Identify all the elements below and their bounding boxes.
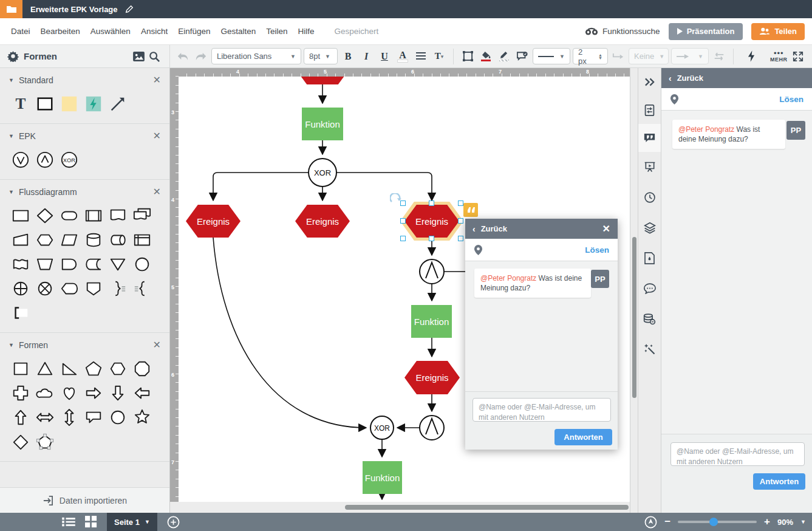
menu-item-einfügen[interactable]: Einfügen (178, 27, 210, 36)
zoom-in-button[interactable]: + (764, 516, 770, 528)
page-selector[interactable]: Seite 1 ▼ (107, 513, 157, 531)
shape-style-button[interactable] (460, 48, 476, 65)
font-size-select[interactable]: 8pt▼ (304, 48, 338, 64)
page-grid-view-icon[interactable] (85, 516, 97, 528)
resolve-link[interactable]: Lösen (779, 95, 803, 104)
shape-merge[interactable] (109, 255, 127, 273)
reset-view-icon[interactable] (644, 516, 657, 529)
shape-triangle[interactable] (36, 360, 54, 378)
rotate-handle-icon[interactable] (390, 193, 402, 204)
shape-lightning[interactable] (84, 95, 103, 113)
shape-pentagon[interactable] (84, 360, 103, 378)
shape-arrow-up-down[interactable] (60, 408, 78, 427)
shape-hexagon[interactable] (109, 360, 127, 378)
comment-approved-button[interactable] (514, 48, 530, 65)
quick-actions-button[interactable] (743, 48, 759, 65)
shape-octagon[interactable] (133, 360, 151, 378)
reply-button[interactable]: Antworten (554, 429, 612, 445)
menu-item-gestalten[interactable]: Gestalten (220, 27, 256, 36)
shape-note-bracket[interactable] (12, 304, 30, 322)
function-node[interactable]: Funktion (411, 305, 452, 338)
zoom-out-button[interactable]: − (664, 516, 670, 528)
menu-item-datei[interactable]: Datei (11, 27, 30, 36)
resolve-link[interactable]: Lösen (585, 245, 609, 255)
shape-or-connector[interactable] (12, 151, 30, 169)
shape-summing-junction[interactable] (36, 279, 54, 298)
reply-input[interactable] (670, 442, 805, 466)
undo-button[interactable] (175, 48, 191, 65)
horizontal-scrollbar[interactable] (179, 502, 630, 513)
import-data-button[interactable]: Daten importieren (0, 487, 169, 513)
xor-connector-node[interactable]: XOR (370, 416, 394, 439)
menu-item-bearbeiten[interactable]: Bearbeiten (41, 27, 80, 36)
collapse-panel-button[interactable] (638, 68, 661, 96)
shape-terminator[interactable] (60, 207, 78, 225)
shape-arrow-right[interactable] (84, 384, 103, 402)
shape-stored-data[interactable] (84, 255, 103, 273)
shape-brace-right[interactable] (109, 279, 127, 298)
shape-connector[interactable] (133, 255, 151, 273)
layers-tab[interactable] (638, 214, 661, 242)
shape-brace-left[interactable] (133, 279, 151, 298)
xor-connector-node[interactable]: XOR (309, 159, 336, 187)
linked-data-tab[interactable] (638, 305, 661, 333)
function-node[interactable]: Funktion (363, 461, 402, 494)
line-color-button[interactable] (496, 48, 512, 65)
line-style-select[interactable]: ▼ (533, 48, 570, 64)
shape-arrow-up[interactable] (12, 408, 30, 427)
zoom-slider-knob[interactable] (709, 518, 718, 526)
shape-database[interactable] (84, 231, 103, 249)
shape-preparation[interactable] (36, 231, 54, 249)
history-tab[interactable] (638, 183, 661, 211)
vertical-scrollbar[interactable] (630, 68, 638, 513)
shape-delay[interactable] (60, 255, 78, 273)
resize-handle-w[interactable] (400, 218, 406, 224)
document-settings-tab[interactable] (638, 96, 661, 124)
chat-tab[interactable] (638, 275, 661, 303)
rename-pencil-icon[interactable] (125, 5, 134, 13)
back-chevron-icon[interactable]: ‹ (473, 224, 476, 234)
function-node[interactable]: Funktion (302, 108, 343, 140)
menu-item-ansicht[interactable]: Ansicht (141, 27, 168, 36)
bold-button[interactable]: B (340, 48, 356, 65)
collapse-triangle-icon[interactable]: ▼ (9, 133, 14, 139)
back-chevron-icon[interactable]: ‹ (669, 74, 672, 83)
shape-and-connector[interactable] (36, 151, 54, 169)
shape-diamond[interactable] (12, 433, 30, 451)
shape-off-page-connector[interactable] (84, 279, 103, 298)
horizontal-scrollbar-thumb[interactable] (345, 505, 629, 510)
resize-handle-se[interactable] (458, 236, 463, 241)
text-align-button[interactable] (413, 48, 429, 65)
underline-button[interactable]: U (377, 48, 392, 65)
text-color-button[interactable]: A (395, 48, 411, 65)
shape-arrow-left[interactable] (133, 384, 151, 402)
close-icon[interactable]: ✕ (602, 223, 610, 235)
shape-arrow-down[interactable] (109, 384, 127, 402)
and-connector-node[interactable] (420, 416, 444, 440)
reply-input[interactable] (473, 398, 611, 422)
close-section-icon[interactable]: ✕ (153, 130, 161, 142)
shape-direct-access-storage[interactable] (109, 231, 127, 249)
back-button[interactable]: Zurück (677, 74, 703, 83)
resize-handle-s[interactable] (429, 236, 434, 241)
back-button[interactable]: Zurück (481, 224, 507, 233)
shape-cloud[interactable] (36, 384, 54, 402)
page-list-view-icon[interactable] (62, 516, 75, 527)
shape-text[interactable]: T (12, 95, 30, 113)
redo-button[interactable] (193, 48, 209, 65)
shape-decision[interactable] (36, 207, 54, 225)
shape-sticky-note[interactable] (60, 95, 78, 113)
documents-folder-button[interactable] (0, 0, 22, 18)
close-section-icon[interactable]: ✕ (153, 186, 161, 197)
zoom-slider[interactable] (678, 521, 757, 523)
shape-data[interactable] (60, 231, 78, 249)
shape-display[interactable] (60, 279, 78, 298)
presentation-tab[interactable] (638, 153, 661, 181)
collapse-triangle-icon[interactable]: ▼ (9, 342, 14, 348)
shape-xor-connector[interactable]: XOR (60, 151, 78, 169)
shape-multi-document[interactable] (133, 207, 151, 225)
collapse-triangle-icon[interactable]: ▼ (9, 189, 14, 195)
menu-item-auswählen[interactable]: Auswählen (90, 27, 131, 36)
theme-tab[interactable] (638, 244, 661, 272)
shape-star[interactable] (133, 408, 151, 427)
